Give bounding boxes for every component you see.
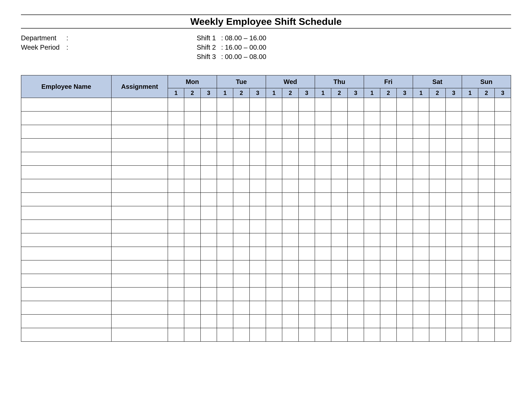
cell-shift[interactable] [168, 152, 184, 166]
cell-shift[interactable] [494, 301, 511, 314]
cell-shift[interactable] [413, 111, 429, 125]
cell-shift[interactable] [462, 233, 478, 247]
cell-shift[interactable] [217, 220, 233, 233]
cell-shift[interactable] [315, 98, 331, 111]
cell-shift[interactable] [462, 274, 478, 287]
cell-shift[interactable] [364, 220, 380, 233]
cell-shift[interactable] [348, 152, 364, 166]
cell-shift[interactable] [184, 233, 200, 247]
cell-shift[interactable] [462, 206, 478, 220]
cell-shift[interactable] [299, 301, 315, 314]
cell-shift[interactable] [282, 193, 298, 206]
cell-shift[interactable] [266, 139, 282, 152]
cell-shift[interactable] [168, 139, 184, 152]
cell-shift[interactable] [331, 328, 347, 342]
cell-shift[interactable] [266, 111, 282, 125]
cell-shift[interactable] [331, 301, 347, 314]
cell-shift[interactable] [282, 152, 298, 166]
cell-shift[interactable] [184, 179, 200, 193]
cell-shift[interactable] [184, 260, 200, 274]
cell-shift[interactable] [266, 166, 282, 179]
cell-shift[interactable] [249, 125, 266, 139]
cell-shift[interactable] [478, 111, 494, 125]
cell-shift[interactable] [168, 111, 184, 125]
cell-shift[interactable] [315, 111, 331, 125]
cell-shift[interactable] [380, 125, 396, 139]
cell-shift[interactable] [249, 139, 266, 152]
cell-shift[interactable] [233, 247, 249, 260]
cell-shift[interactable] [413, 233, 429, 247]
cell-shift[interactable] [331, 152, 347, 166]
cell-shift[interactable] [282, 111, 298, 125]
cell-shift[interactable] [413, 220, 429, 233]
cell-shift[interactable] [380, 328, 396, 342]
cell-shift[interactable] [462, 301, 478, 314]
cell-shift[interactable] [348, 111, 364, 125]
cell-shift[interactable] [429, 287, 446, 301]
cell-shift[interactable] [397, 247, 413, 260]
cell-shift[interactable] [446, 98, 462, 111]
cell-shift[interactable] [494, 166, 511, 179]
cell-shift[interactable] [364, 301, 380, 314]
cell-shift[interactable] [429, 220, 446, 233]
cell-shift[interactable] [397, 328, 413, 342]
cell-shift[interactable] [217, 139, 233, 152]
cell-shift[interactable] [315, 152, 331, 166]
cell-shift[interactable] [348, 220, 364, 233]
cell-shift[interactable] [168, 247, 184, 260]
cell-shift[interactable] [266, 206, 282, 220]
cell-shift[interactable] [266, 301, 282, 314]
cell-shift[interactable] [397, 193, 413, 206]
cell-shift[interactable] [413, 287, 429, 301]
cell-shift[interactable] [249, 98, 266, 111]
cell-shift[interactable] [413, 179, 429, 193]
cell-shift[interactable] [233, 111, 249, 125]
cell-shift[interactable] [494, 111, 511, 125]
cell-shift[interactable] [429, 166, 446, 179]
cell-shift[interactable] [364, 179, 380, 193]
cell-shift[interactable] [168, 233, 184, 247]
cell-shift[interactable] [364, 274, 380, 287]
cell-shift[interactable] [429, 98, 446, 111]
cell-shift[interactable] [348, 166, 364, 179]
cell-shift[interactable] [364, 247, 380, 260]
cell-shift[interactable] [494, 193, 511, 206]
cell-shift[interactable] [184, 111, 200, 125]
cell-shift[interactable] [184, 139, 200, 152]
cell-shift[interactable] [462, 139, 478, 152]
cell-shift[interactable] [266, 179, 282, 193]
cell-shift[interactable] [249, 179, 266, 193]
cell-shift[interactable] [364, 111, 380, 125]
cell-shift[interactable] [249, 287, 266, 301]
cell-shift[interactable] [462, 193, 478, 206]
cell-shift[interactable] [299, 98, 315, 111]
cell-shift[interactable] [397, 152, 413, 166]
cell-shift[interactable] [478, 301, 494, 314]
cell-employee-name[interactable] [21, 274, 111, 287]
cell-shift[interactable] [200, 179, 217, 193]
cell-shift[interactable] [380, 260, 396, 274]
cell-shift[interactable] [380, 314, 396, 328]
cell-shift[interactable] [348, 98, 364, 111]
cell-shift[interactable] [266, 247, 282, 260]
cell-shift[interactable] [462, 220, 478, 233]
cell-shift[interactable] [200, 139, 217, 152]
cell-assignment[interactable] [111, 193, 168, 206]
cell-shift[interactable] [200, 314, 217, 328]
cell-shift[interactable] [282, 314, 298, 328]
cell-shift[interactable] [478, 206, 494, 220]
cell-shift[interactable] [494, 247, 511, 260]
cell-assignment[interactable] [111, 111, 168, 125]
cell-shift[interactable] [446, 260, 462, 274]
cell-shift[interactable] [380, 166, 396, 179]
cell-shift[interactable] [397, 274, 413, 287]
cell-shift[interactable] [299, 179, 315, 193]
cell-shift[interactable] [282, 166, 298, 179]
cell-shift[interactable] [348, 233, 364, 247]
cell-shift[interactable] [494, 233, 511, 247]
cell-shift[interactable] [168, 328, 184, 342]
cell-shift[interactable] [446, 274, 462, 287]
cell-shift[interactable] [348, 287, 364, 301]
cell-shift[interactable] [364, 98, 380, 111]
cell-shift[interactable] [168, 179, 184, 193]
